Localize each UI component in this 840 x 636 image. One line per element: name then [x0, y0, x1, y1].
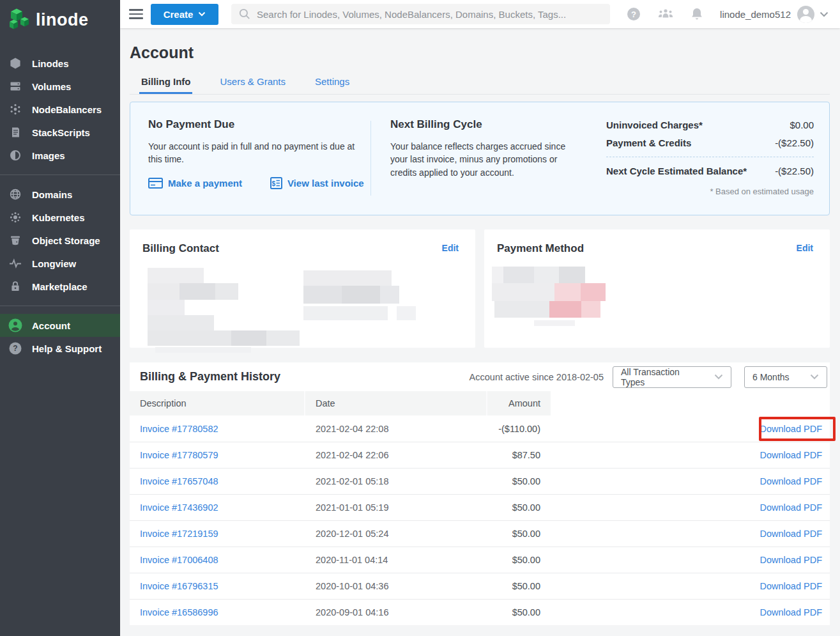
sidebar-item-stackscripts[interactable]: StackScripts	[0, 121, 120, 144]
invoice-link[interactable]: Invoice #17006408	[130, 555, 305, 565]
no-payment-due-panel: No Payment Due Your account is paid in f…	[148, 118, 369, 202]
script-scroll-icon	[8, 125, 22, 139]
invoice-action-cell: Download PDF	[551, 424, 830, 434]
table-row: Invoice #17006408 2020-11-01 04:14 $50.0…	[130, 547, 830, 573]
sidebar-item-label: StackScripts	[32, 127, 90, 138]
sidebar-item-help-support[interactable]: ? Help & Support	[0, 337, 120, 360]
sidebar-item-nodebalancers[interactable]: NodeBalancers	[0, 98, 120, 121]
invoice-amount-cell: $87.50	[487, 450, 551, 460]
invoice-amount-cell: $50.00	[487, 502, 551, 513]
table-row: Invoice #17657048 2021-02-01 05:18 $50.0…	[130, 468, 830, 494]
invoice-amount-cell: $50.00	[487, 607, 551, 617]
sidebar-item-kubernetes[interactable]: Kubernetes	[0, 206, 120, 229]
column-header-amount[interactable]: Amount	[487, 391, 551, 415]
cube-icon	[8, 56, 22, 70]
search-input[interactable]	[257, 9, 602, 20]
invoice-amount-cell: $50.00	[487, 529, 551, 539]
payment-method-title: Payment Method	[497, 242, 817, 255]
invoice-link[interactable]: Invoice #16586996	[130, 607, 305, 617]
invoice-link[interactable]: Invoice #16796315	[130, 581, 305, 591]
invoice-action-cell: Download PDF	[551, 607, 830, 617]
hamburger-menu-icon[interactable]	[129, 9, 143, 19]
notifications-bell-icon[interactable]	[691, 7, 703, 21]
billing-contact-title: Billing Contact	[142, 242, 462, 255]
sidebar-item-longview[interactable]: Longview	[0, 252, 120, 275]
date-range-select[interactable]: 6 Months	[744, 366, 827, 388]
column-header-date[interactable]: Date	[305, 391, 487, 415]
sidebar-item-label: Kubernetes	[32, 212, 85, 223]
download-pdf-link[interactable]: Download PDF	[760, 424, 822, 434]
download-pdf-link[interactable]: Download PDF	[760, 555, 822, 565]
download-pdf-link[interactable]: Download PDF	[760, 502, 822, 513]
invoice-link[interactable]: Invoice #17436902	[130, 502, 305, 513]
sidebar-item-domains[interactable]: Domains	[0, 183, 120, 206]
username-label[interactable]: linode_demo512	[720, 9, 791, 20]
billing-totals-panel: Uninvoiced Charges* $0.00 Payment & Cred…	[606, 118, 814, 202]
download-pdf-link[interactable]: Download PDF	[760, 529, 822, 539]
transaction-type-select[interactable]: All Transaction Types	[613, 366, 731, 388]
tab-settings[interactable]: Settings	[313, 72, 351, 94]
billing-history-title: Billing & Payment History	[140, 370, 280, 384]
billing-history-section: Billing & Payment History Account active…	[130, 362, 830, 625]
uninvoiced-charges-value: $0.00	[790, 120, 814, 130]
sidebar-item-volumes[interactable]: Volumes	[0, 75, 120, 98]
history-table-body: Invoice #17780582 2021-02-04 22:08 -($11…	[130, 415, 830, 625]
sidebar-item-label: Volumes	[32, 81, 71, 92]
invoice-link[interactable]: Invoice #17219159	[130, 529, 305, 539]
edit-payment-method-link[interactable]: Edit	[797, 243, 813, 253]
user-avatar[interactable]	[797, 6, 814, 23]
sidebar-item-label: Object Storage	[32, 235, 100, 246]
chevron-down-icon	[198, 12, 206, 17]
invoice-action-cell: Download PDF	[551, 476, 830, 486]
sidebar-item-label: NodeBalancers	[32, 104, 102, 115]
invoice-action-cell: Download PDF	[551, 581, 830, 591]
download-pdf-link[interactable]: Download PDF	[760, 476, 822, 486]
make-payment-link[interactable]: Make a payment	[148, 177, 242, 189]
sidebar-item-images[interactable]: Images	[0, 144, 120, 167]
estimated-balance-label: Next Cycle Estimated Balance*	[606, 166, 747, 176]
table-row: Invoice #17780579 2021-02-04 22:06 $87.5…	[130, 442, 830, 468]
sidebar-item-label: Domains	[32, 189, 72, 200]
view-last-invoice-link[interactable]: $ View last invoice	[270, 177, 364, 189]
invoice-link[interactable]: Invoice #17780582	[130, 424, 305, 434]
invoice-link[interactable]: Invoice #17657048	[130, 476, 305, 486]
linode-logo[interactable]: linode	[0, 0, 120, 42]
billing-summary-card: No Payment Due Your account is paid in f…	[130, 102, 830, 215]
table-row: Invoice #17780582 2021-02-04 22:08 -($11…	[130, 415, 830, 442]
create-button[interactable]: Create	[151, 4, 218, 25]
table-header: Description Date Amount	[130, 391, 830, 415]
table-row: Invoice #17219159 2020-12-01 05:24 $50.0…	[130, 520, 830, 547]
create-button-label: Create	[164, 9, 194, 20]
edit-billing-contact-link[interactable]: Edit	[442, 243, 459, 253]
download-pdf-link[interactable]: Download PDF	[760, 607, 822, 617]
sidebar: linode Linodes Volumes NodeBalancers Sta…	[0, 0, 120, 636]
topbar-icons: ?	[627, 7, 703, 21]
sidebar-item-marketplace[interactable]: Marketplace	[0, 275, 120, 298]
invoice-date-cell: 2021-01-01 05:19	[305, 502, 487, 513]
community-icon[interactable]	[657, 8, 674, 20]
uninvoiced-charges-row: Uninvoiced Charges* $0.00	[606, 120, 814, 130]
invoice-amount-cell: $50.00	[487, 555, 551, 565]
tab-users-grants[interactable]: Users & Grants	[218, 72, 287, 94]
download-pdf-link[interactable]: Download PDF	[760, 450, 822, 460]
payment-credits-row: Payment & Credits -($22.50)	[606, 137, 814, 148]
sidebar-item-label: Images	[32, 150, 65, 161]
help-icon[interactable]: ?	[627, 7, 641, 21]
user-menu-chevron-icon[interactable]	[820, 12, 829, 17]
sidebar-item-label: Help & Support	[32, 343, 102, 354]
search-icon	[239, 8, 250, 20]
disk-image-icon	[8, 148, 22, 162]
question-circle-icon: ?	[8, 341, 22, 355]
helm-wheel-icon	[8, 210, 22, 224]
invoice-date-cell: 2021-02-04 22:06	[305, 450, 487, 460]
chevron-down-icon	[796, 374, 819, 380]
download-pdf-link[interactable]: Download PDF	[760, 581, 822, 591]
sidebar-item-linodes[interactable]: Linodes	[0, 52, 120, 75]
sidebar-item-account[interactable]: Account	[0, 314, 120, 337]
column-header-description[interactable]: Description	[130, 391, 305, 415]
invoice-link[interactable]: Invoice #17780579	[130, 450, 305, 460]
sidebar-item-label: Account	[32, 320, 70, 331]
logo-wordmark: linode	[36, 10, 89, 30]
sidebar-item-object-storage[interactable]: Object Storage	[0, 229, 120, 252]
tab-billing-info[interactable]: Billing Info	[139, 72, 192, 94]
